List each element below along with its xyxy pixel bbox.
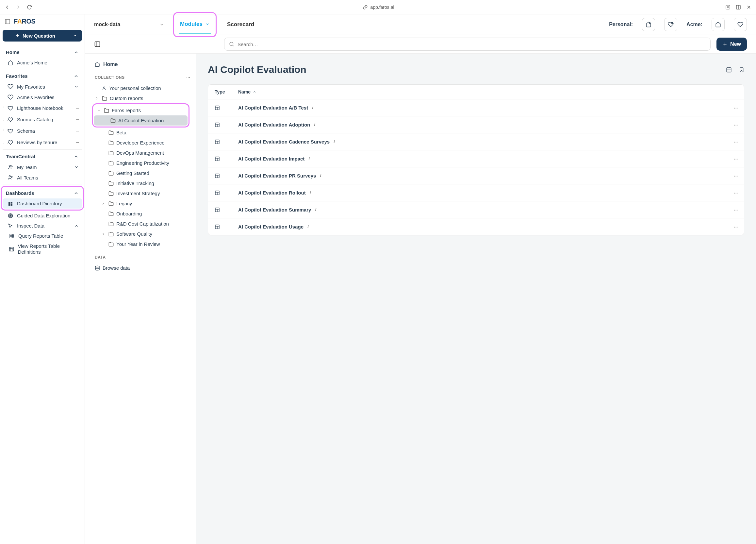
- tree-item[interactable]: Getting Started: [92, 168, 193, 178]
- row-more-icon[interactable]: ···: [734, 138, 737, 145]
- type-cell: [215, 105, 238, 110]
- back-icon[interactable]: [4, 4, 10, 10]
- more-icon[interactable]: ···: [76, 105, 79, 111]
- tree-custom-reports[interactable]: Custom reports: [92, 93, 193, 103]
- column-name-header[interactable]: Name: [238, 89, 737, 94]
- tab-scorecard[interactable]: Scorecard: [226, 16, 255, 33]
- nav-my-team[interactable]: My Team: [3, 162, 82, 172]
- info-icon[interactable]: i: [334, 139, 335, 144]
- table-row[interactable]: AI Copilot Evaluation Impact i ···: [208, 150, 744, 167]
- data-source-label: mock-data: [94, 22, 120, 27]
- row-more-icon[interactable]: ···: [734, 206, 737, 213]
- tree-item[interactable]: DevOps Management: [92, 148, 193, 158]
- tree-browse-data[interactable]: Browse data: [92, 263, 193, 273]
- collections-home[interactable]: Home: [92, 59, 193, 69]
- nav-all-teams[interactable]: All Teams: [3, 172, 82, 183]
- new-question-button[interactable]: New Question: [3, 30, 68, 41]
- collections-more-icon[interactable]: ···: [186, 75, 190, 80]
- table-row[interactable]: AI Copilot Evaluation A/B Test i ···: [208, 99, 744, 116]
- nav-my-favorites[interactable]: My Favorites: [3, 81, 82, 92]
- tree-item[interactable]: Software Quality: [92, 229, 193, 239]
- info-icon[interactable]: i: [307, 224, 309, 229]
- personal-home-button[interactable]: [642, 18, 655, 31]
- grip-icon[interactable]: ⋮⋮: [2, 140, 9, 144]
- row-name-label: AI Copilot Evaluation A/B Test: [238, 105, 308, 110]
- section-teamcentral-header[interactable]: TeamCentral: [3, 151, 82, 162]
- nav-acme-favorites[interactable]: Acme's Favorites: [3, 92, 82, 102]
- tree-item[interactable]: Beta: [92, 127, 193, 138]
- table-row[interactable]: AI Copilot Evaluation PR Surveys i ···: [208, 167, 744, 184]
- reload-icon[interactable]: [26, 4, 33, 10]
- row-more-icon[interactable]: ···: [734, 104, 737, 111]
- personal-favorites-button[interactable]: [664, 18, 677, 31]
- info-icon[interactable]: i: [312, 105, 313, 110]
- tree-item[interactable]: Legacy: [92, 198, 193, 208]
- nav-query-reports[interactable]: Query Reports Table: [3, 231, 82, 241]
- nav-sources-catalog[interactable]: ⋮⋮ Sources Catalog ···: [3, 114, 82, 125]
- grip-icon[interactable]: ⋮⋮: [2, 106, 9, 110]
- table-row[interactable]: AI Copilot Evaluation Cadence Surveys i …: [208, 133, 744, 150]
- logo[interactable]: FAROS: [14, 18, 35, 25]
- close-icon[interactable]: [746, 4, 752, 10]
- nav-dashboard-directory[interactable]: Dashboard Directory: [3, 198, 82, 208]
- devtools-icon[interactable]: [725, 4, 731, 10]
- panels-icon[interactable]: [735, 4, 742, 10]
- section-favorites-header[interactable]: Favorites: [3, 71, 82, 81]
- tree-faros-reports[interactable]: Faros reports: [94, 105, 188, 115]
- items-table: Type Name AI Copilot Evaluation A/B Test…: [208, 84, 744, 235]
- search-box[interactable]: [224, 38, 711, 51]
- row-more-icon[interactable]: ···: [734, 121, 737, 128]
- tree-ai-copilot-evaluation[interactable]: AI Copilot Evaluation: [94, 115, 188, 125]
- info-icon[interactable]: i: [308, 156, 310, 161]
- acme-favorites-button[interactable]: [734, 18, 747, 31]
- row-more-icon[interactable]: ···: [734, 172, 737, 179]
- tree-item[interactable]: Onboarding: [92, 208, 193, 219]
- info-icon[interactable]: i: [314, 122, 315, 127]
- table-row[interactable]: AI Copilot Evaluation Rollout i ···: [208, 184, 744, 201]
- row-more-icon[interactable]: ···: [734, 189, 737, 196]
- grip-icon[interactable]: ⋮⋮: [2, 117, 9, 122]
- data-source-dropdown[interactable]: mock-data: [94, 22, 164, 27]
- row-more-icon[interactable]: ···: [734, 223, 737, 230]
- grip-icon[interactable]: ⋮⋮: [2, 129, 9, 133]
- nav-guided-data[interactable]: Guided Data Exploration: [3, 210, 82, 221]
- bookmark-icon[interactable]: [739, 67, 744, 73]
- nav-acme-home[interactable]: Acme's Home: [3, 58, 82, 68]
- more-icon[interactable]: ···: [76, 116, 79, 123]
- sidebar-toggle-icon[interactable]: [5, 19, 10, 25]
- nav-inspect-data[interactable]: Inspect Data: [3, 221, 82, 231]
- tree-item[interactable]: Your Year in Review: [92, 239, 193, 249]
- table-row[interactable]: AI Copilot Evaluation Adoption i ···: [208, 116, 744, 133]
- forward-icon[interactable]: [15, 4, 22, 10]
- tree-personal-collection[interactable]: Your personal collection: [92, 83, 193, 93]
- calendar-icon[interactable]: [726, 67, 732, 73]
- tree-item[interactable]: Investment Strategy: [92, 188, 193, 198]
- panel-toggle-icon[interactable]: [94, 41, 101, 47]
- search-input[interactable]: [238, 41, 706, 47]
- tab-modules[interactable]: Modules: [179, 16, 211, 34]
- table-row[interactable]: AI Copilot Evaluation Usage i ···: [208, 218, 744, 235]
- section-home-header[interactable]: Home: [3, 47, 82, 58]
- tree-item[interactable]: Developer Experience: [92, 138, 193, 148]
- tree-item[interactable]: Initiative Tracking: [92, 178, 193, 188]
- new-question-dropdown[interactable]: [68, 30, 82, 41]
- nav-schema[interactable]: ⋮⋮ Schema ···: [3, 125, 82, 137]
- tree-item[interactable]: Engineering Productivity: [92, 158, 193, 168]
- tree-item-label: Browse data: [103, 265, 130, 271]
- info-icon[interactable]: i: [320, 173, 321, 178]
- more-icon[interactable]: ···: [76, 127, 79, 134]
- nav-view-reports[interactable]: View Reports Table Definitions: [3, 241, 82, 257]
- info-icon[interactable]: i: [315, 207, 316, 212]
- nav-reviews-by-tenure[interactable]: ⋮⋮ Reviews by tenure ···: [3, 137, 82, 148]
- row-more-icon[interactable]: ···: [734, 155, 737, 162]
- acme-home-button[interactable]: [712, 18, 725, 31]
- info-icon[interactable]: i: [310, 190, 311, 195]
- tree-item[interactable]: R&D Cost Capitalization: [92, 219, 193, 229]
- table-row[interactable]: AI Copilot Evaluation Summary i ···: [208, 201, 744, 218]
- section-dashboards-header[interactable]: Dashboards: [3, 188, 82, 198]
- more-icon[interactable]: ···: [76, 139, 79, 146]
- nav-lighthouse-notebook[interactable]: ⋮⋮ Lighthouse Notebook ···: [3, 102, 82, 114]
- new-button[interactable]: New: [716, 38, 747, 51]
- column-type-header[interactable]: Type: [215, 89, 238, 94]
- svg-rect-14: [11, 202, 12, 203]
